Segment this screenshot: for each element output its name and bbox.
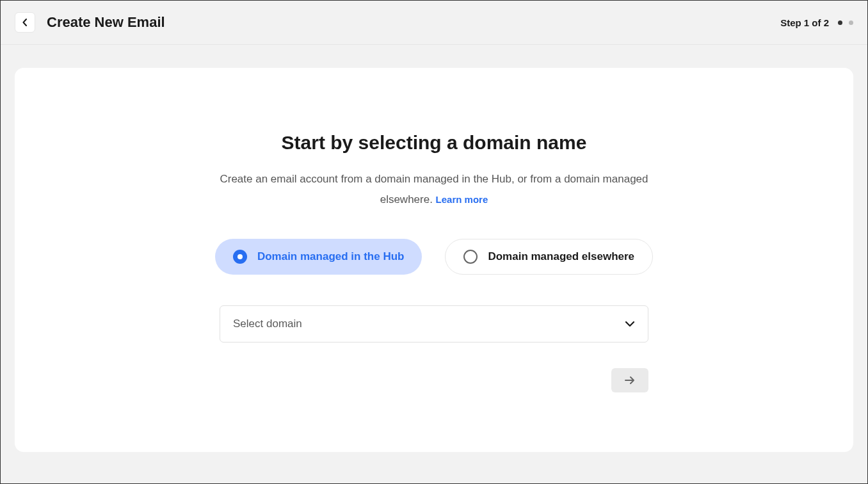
domain-source-options: Domain managed in the Hub Domain managed… <box>197 239 671 275</box>
radio-selected-icon <box>233 250 247 264</box>
sub-text: Create an email account from a domain ma… <box>197 169 671 211</box>
main-card: Start by selecting a domain name Create … <box>15 68 853 452</box>
option-domain-elsewhere-label: Domain managed elsewhere <box>488 250 634 263</box>
option-domain-hub-label: Domain managed in the Hub <box>257 250 405 263</box>
step-dot-2 <box>849 20 853 25</box>
next-button[interactable] <box>611 368 648 392</box>
option-domain-elsewhere[interactable]: Domain managed elsewhere <box>445 239 653 275</box>
sub-text-body: Create an email account from a domain ma… <box>220 173 648 206</box>
option-domain-hub[interactable]: Domain managed in the Hub <box>215 239 422 275</box>
chevron-left-icon <box>22 19 28 26</box>
learn-more-link[interactable]: Learn more <box>436 194 488 205</box>
step-dot-1 <box>838 20 842 25</box>
radio-unselected-icon <box>463 250 478 264</box>
arrow-right-icon <box>624 376 636 385</box>
chevron-down-icon <box>625 319 635 329</box>
main-heading: Start by selecting a domain name <box>197 132 671 154</box>
page-title: Create New Email <box>47 14 165 31</box>
topbar: Create New Email Step 1 of 2 <box>1 1 867 45</box>
select-domain-dropdown[interactable]: Select domain <box>220 305 648 343</box>
step-dots <box>838 20 853 25</box>
step-indicator-label: Step 1 of 2 <box>780 17 829 28</box>
select-domain-placeholder: Select domain <box>233 318 302 330</box>
back-button[interactable] <box>15 12 35 33</box>
